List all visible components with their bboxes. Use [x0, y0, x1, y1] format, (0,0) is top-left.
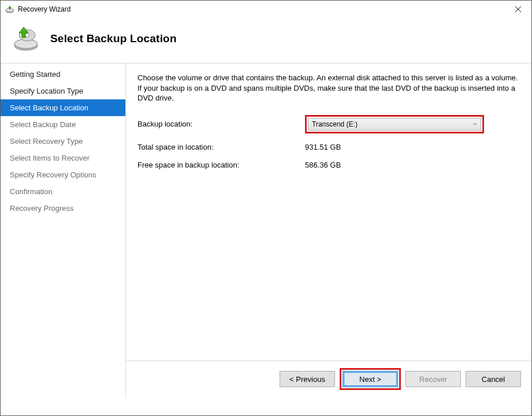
highlight-backup-location: Transcend (E:) — [305, 115, 484, 133]
total-space-label: Total space in location: — [137, 143, 305, 151]
free-space-label: Free space in backup location: — [137, 161, 305, 169]
app-icon — [5, 5, 14, 14]
chevron-down-icon — [473, 122, 477, 127]
free-space-value: 586.36 GB — [305, 161, 341, 169]
backup-location-dropdown[interactable]: Transcend (E:) — [308, 118, 481, 131]
titlebar: Recovery Wizard — [1, 1, 531, 18]
step-confirmation[interactable]: Confirmation — [1, 183, 125, 200]
step-select-items-to-recover[interactable]: Select Items to Recover — [1, 150, 125, 166]
intro-text: Choose the volume or drive that contains… — [137, 73, 520, 103]
previous-button[interactable]: < Previous — [280, 371, 335, 387]
wizard-steps-sidebar: Getting Started Specify Location Type Se… — [1, 63, 125, 398]
step-specify-recovery-options[interactable]: Specify Recovery Options — [1, 166, 125, 183]
window-title: Recovery Wizard — [18, 5, 70, 13]
next-button[interactable]: Next > — [343, 371, 398, 387]
step-getting-started[interactable]: Getting Started — [1, 66, 125, 83]
content-pane: Choose the volume or drive that contains… — [125, 63, 531, 398]
page-heading: Select Backup Location — [50, 32, 177, 45]
header: Select Backup Location — [1, 18, 531, 63]
step-select-recovery-type[interactable]: Select Recovery Type — [1, 133, 125, 150]
wizard-icon — [12, 25, 40, 53]
step-select-backup-location[interactable]: Select Backup Location — [1, 99, 125, 116]
highlight-next-button: Next > — [340, 368, 401, 390]
total-space-value: 931.51 GB — [305, 143, 341, 151]
wizard-footer: < Previous Next > Recover Cancel — [126, 361, 531, 398]
backup-location-label: Backup location: — [137, 120, 305, 128]
close-button[interactable] — [505, 1, 531, 18]
recover-button: Recover — [405, 371, 461, 387]
backup-location-value: Transcend (E:) — [312, 120, 358, 128]
cancel-button[interactable]: Cancel — [466, 371, 521, 387]
step-select-backup-date[interactable]: Select Backup Date — [1, 116, 125, 133]
step-specify-location-type[interactable]: Specify Location Type — [1, 83, 125, 99]
step-recovery-progress[interactable]: Recovery Progress — [1, 200, 125, 217]
